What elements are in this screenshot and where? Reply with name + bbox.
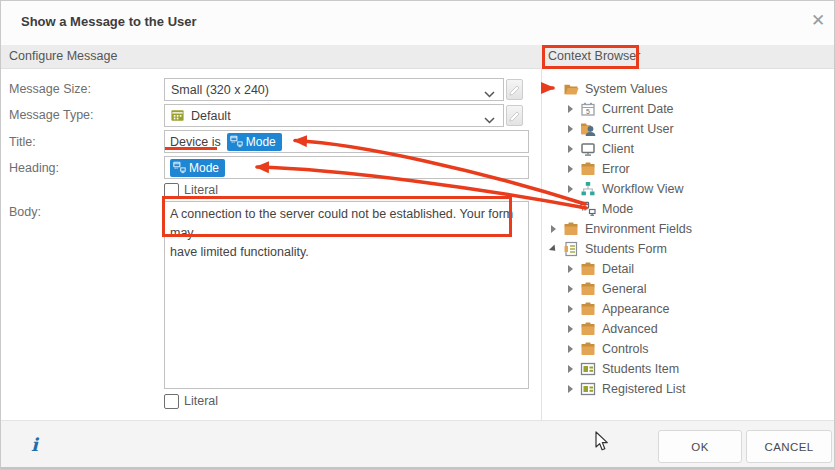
panel-divider	[541, 68, 542, 420]
expander-collapsed-icon[interactable]	[568, 105, 573, 113]
monitor-icon	[580, 141, 596, 157]
mode-token-label: Mode	[246, 135, 276, 149]
message-type-label: Message Type:	[9, 108, 94, 122]
tree-item-label: Workflow View	[602, 182, 684, 196]
literal-label-bottom: Literal	[184, 394, 218, 408]
tree-item-label: Current Date	[602, 102, 674, 116]
folder-icon	[580, 261, 596, 277]
listitem-icon	[580, 381, 596, 397]
calendar-icon: 5	[580, 101, 596, 117]
edit-message-size-button[interactable]	[506, 79, 523, 100]
folder-icon	[580, 281, 596, 297]
show-message-dialog: Show a Message to the User ✕ Configure M…	[0, 0, 835, 470]
expander-collapsed-icon[interactable]	[568, 285, 573, 293]
message-size-select[interactable]: Small (320 x 240)	[164, 78, 504, 101]
body-textarea[interactable]: A connection to the server could not be …	[164, 201, 529, 389]
tree-item-label: Students Item	[602, 362, 679, 376]
title-input[interactable]: Device is Mode	[164, 130, 529, 153]
mode-token[interactable]: Mode	[170, 159, 225, 177]
tree-item-workflow-view[interactable]: Workflow View	[568, 179, 684, 199]
literal-checkbox-bottom[interactable]	[164, 394, 179, 409]
folder-icon	[580, 321, 596, 337]
expander-collapsed-icon[interactable]	[568, 165, 573, 173]
tree-item-detail[interactable]: Detail	[568, 259, 634, 279]
svg-text:5: 5	[586, 108, 590, 115]
message-size-label: Message Size:	[9, 82, 91, 96]
title-label: Title:	[9, 135, 36, 149]
tree-item-label: Client	[602, 142, 634, 156]
section-header-bar: Configure Message Context Browser	[1, 45, 834, 69]
expander-collapsed-icon[interactable]	[568, 365, 573, 373]
ok-button[interactable]: OK	[658, 430, 742, 463]
tree-item-registered-list[interactable]: Registered List	[568, 379, 685, 399]
folder-open-icon	[563, 81, 579, 97]
chevron-down-icon	[484, 113, 495, 127]
edit-message-type-button[interactable]	[506, 105, 523, 126]
mode-token-label: Mode	[189, 161, 219, 175]
info-icon: i	[31, 434, 38, 455]
expander-collapsed-icon[interactable]	[568, 325, 573, 333]
tree-item-appearance[interactable]: Appearance	[568, 299, 669, 319]
literal-checkbox-top[interactable]	[164, 183, 179, 198]
mode-icon	[173, 161, 186, 174]
pencil-icon	[507, 106, 522, 123]
body-label: Body:	[9, 205, 41, 219]
folder-icon	[580, 301, 596, 317]
tree-item-label: Registered List	[602, 382, 685, 396]
pencil-icon	[507, 80, 522, 97]
tree-item-students-form[interactable]: Students Form	[551, 239, 667, 259]
tree-item-general[interactable]: General	[568, 279, 646, 299]
literal-label-top: Literal	[184, 183, 218, 197]
mode-token[interactable]: Mode	[227, 133, 282, 151]
tree-item-label: Environment Fields	[585, 222, 692, 236]
tree-item-system-values[interactable]: System Values	[551, 79, 667, 99]
close-icon[interactable]: ✕	[811, 11, 825, 31]
expander-collapsed-icon[interactable]	[568, 265, 573, 273]
cancel-button[interactable]: CANCEL	[746, 430, 832, 463]
expander-collapsed-icon[interactable]	[568, 185, 573, 193]
user-icon	[580, 121, 596, 137]
title-text: Device is	[170, 135, 221, 149]
folder-icon	[563, 221, 579, 237]
tree-item-students-item[interactable]: Students Item	[568, 359, 679, 379]
tree-item-error[interactable]: Error	[568, 159, 630, 179]
dialog-bottom-edge	[1, 467, 834, 469]
mode-icon	[230, 135, 243, 148]
tree-item-controls[interactable]: Controls	[568, 339, 649, 359]
expander-collapsed-icon[interactable]	[551, 225, 556, 233]
form-icon	[563, 241, 579, 257]
mode-icon	[580, 201, 596, 217]
configure-message-header: Configure Message	[9, 45, 117, 68]
tree-item-label: Appearance	[602, 302, 669, 316]
tree-item-advanced[interactable]: Advanced	[568, 319, 658, 339]
heading-input[interactable]: Mode	[164, 156, 529, 179]
tree-item-label: Mode	[602, 202, 633, 216]
expander-collapsed-icon[interactable]	[568, 125, 573, 133]
tree-item-client[interactable]: Client	[568, 139, 634, 159]
tree-item-label: Current User	[602, 122, 674, 136]
tree-item-current-user[interactable]: Current User	[568, 119, 674, 139]
chevron-down-icon	[484, 87, 495, 101]
body-text-line: have limited functionality.	[170, 243, 523, 262]
tree-item-environment-fields[interactable]: Environment Fields	[551, 219, 692, 239]
listitem-icon	[580, 361, 596, 377]
heading-label: Heading:	[9, 161, 59, 175]
expander-collapsed-icon[interactable]	[568, 345, 573, 353]
tree-item-label: General	[602, 282, 646, 296]
dialog-title: Show a Message to the User	[21, 14, 197, 29]
message-type-select[interactable]: Default	[164, 104, 504, 127]
tree-item-current-date[interactable]: 5Current Date	[568, 99, 674, 119]
folder-icon	[580, 341, 596, 357]
tree-item-mode[interactable]: Mode	[568, 199, 633, 219]
tree-item-label: Students Form	[585, 242, 667, 256]
folder-icon	[580, 161, 596, 177]
tree-item-label: System Values	[585, 82, 667, 96]
expander-collapsed-icon[interactable]	[568, 305, 573, 313]
expander-collapsed-icon[interactable]	[568, 145, 573, 153]
message-type-default-icon	[170, 108, 185, 123]
expander-collapsed-icon[interactable]	[568, 385, 573, 393]
body-text-line: A connection to the server could not be …	[170, 205, 523, 243]
expander-expanded-icon[interactable]	[549, 244, 558, 253]
tree-item-label: Detail	[602, 262, 634, 276]
workflow-icon	[580, 181, 596, 197]
